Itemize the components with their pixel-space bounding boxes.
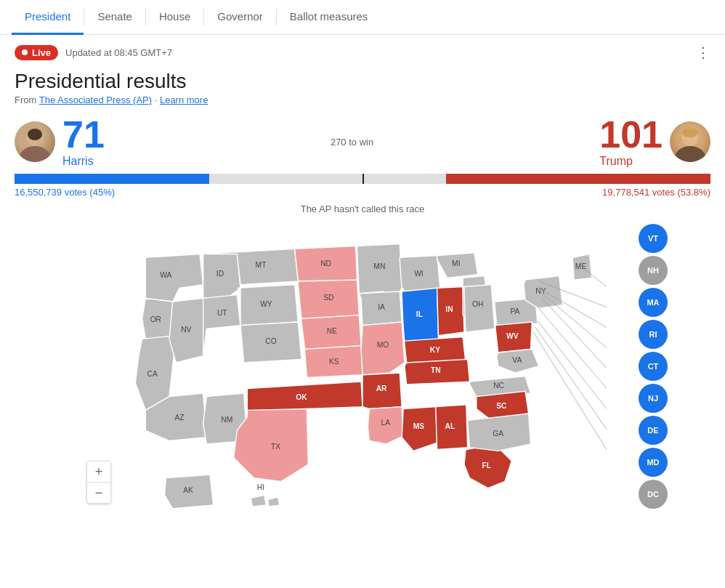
label-NE: NE bbox=[327, 327, 337, 335]
connector-DE bbox=[538, 321, 607, 408]
label-WY: WY bbox=[260, 300, 272, 308]
state-WA[interactable] bbox=[145, 254, 203, 302]
nav-senate[interactable]: Senate bbox=[84, 0, 145, 35]
bubble-NJ[interactable]: NJ bbox=[639, 384, 668, 413]
label-AL: AL bbox=[445, 422, 455, 430]
label-OR: OR bbox=[150, 315, 161, 323]
source-line: From The Associated Press (AP) · Learn m… bbox=[15, 94, 710, 105]
label-TX: TX bbox=[271, 443, 280, 451]
navigation-bar: President Senate House Governor Ballot m… bbox=[0, 0, 725, 35]
updated-text: Updated at 08:45 GMT+7 bbox=[65, 47, 172, 58]
connector-RI bbox=[542, 294, 607, 348]
bubble-MD[interactable]: MD bbox=[639, 448, 668, 477]
learn-more-link[interactable]: Learn more bbox=[160, 94, 208, 105]
label-HI: HI bbox=[257, 483, 264, 491]
connector-DC bbox=[533, 332, 607, 449]
more-options-icon[interactable]: ⋮ bbox=[696, 44, 710, 61]
state-HI[interactable] bbox=[251, 495, 266, 507]
harris-votes: 16,550,739 votes (45%) bbox=[15, 187, 115, 198]
candidates-section: 71 Harris 270 to win 101 Trump bbox=[0, 107, 725, 172]
label-MI: MI bbox=[452, 259, 460, 267]
label-AK: AK bbox=[183, 486, 193, 494]
nav-ballot-measures[interactable]: Ballot measures bbox=[277, 0, 381, 35]
nav-house[interactable]: House bbox=[146, 0, 203, 35]
live-dot bbox=[22, 49, 28, 55]
label-KS: KS bbox=[329, 358, 339, 366]
trump-candidate: 101 Trump bbox=[599, 116, 710, 168]
label-OK: OK bbox=[296, 393, 307, 401]
progress-section: 16,550,739 votes (45%) 19,778,541 votes … bbox=[0, 172, 725, 201]
bubble-DE[interactable]: DE bbox=[639, 416, 668, 445]
label-OH: OH bbox=[472, 300, 483, 308]
label-SC: SC bbox=[496, 402, 507, 410]
connector-NJ bbox=[539, 308, 607, 388]
trump-progress bbox=[446, 174, 710, 184]
label-NM: NM bbox=[221, 416, 232, 424]
candidates-row: 71 Harris 270 to win 101 Trump bbox=[15, 116, 710, 168]
label-LA: LA bbox=[381, 419, 390, 427]
source-link[interactable]: The Associated Press (AP) bbox=[39, 94, 152, 105]
label-NY: NY bbox=[535, 287, 546, 295]
zoom-controls: + − bbox=[86, 461, 111, 504]
votes-row: 16,550,739 votes (45%) 19,778,541 votes … bbox=[15, 187, 710, 198]
label-SD: SD bbox=[323, 294, 333, 302]
state-HI2[interactable] bbox=[267, 497, 280, 507]
bubble-RI[interactable]: RI bbox=[639, 320, 668, 349]
label-VA: VA bbox=[512, 356, 522, 364]
page-title: Presidential results bbox=[15, 70, 710, 93]
harris-ev: 71 bbox=[62, 116, 105, 153]
progress-bar bbox=[15, 174, 710, 184]
svg-point-5 bbox=[674, 146, 706, 162]
harris-avatar bbox=[15, 121, 55, 162]
label-IN: IN bbox=[445, 305, 453, 313]
bubble-DC[interactable]: DC bbox=[639, 480, 668, 509]
eastern-states-bubbles: VT NH MA RI CT NJ DE MD DC bbox=[639, 224, 668, 509]
svg-point-3 bbox=[28, 129, 42, 140]
bubble-MA[interactable]: MA bbox=[639, 288, 668, 317]
not-called-text: The AP hasn't called this race bbox=[0, 201, 725, 220]
zoom-out-button[interactable]: − bbox=[87, 483, 110, 503]
label-MN: MN bbox=[373, 262, 385, 270]
label-KY: KY bbox=[430, 346, 440, 354]
connector-MD bbox=[535, 327, 607, 429]
label-NV: NV bbox=[181, 326, 191, 334]
header-bar: Live Updated at 08:45 GMT+7 ⋮ bbox=[0, 35, 725, 64]
label-WI: WI bbox=[414, 270, 424, 278]
label-MS: MS bbox=[413, 422, 425, 430]
trump-avatar bbox=[670, 121, 710, 162]
label-CA: CA bbox=[147, 370, 158, 378]
label-MT: MT bbox=[256, 261, 267, 269]
bubble-VT[interactable]: VT bbox=[639, 224, 668, 253]
label-AR: AR bbox=[376, 384, 387, 392]
label-WV: WV bbox=[506, 332, 519, 340]
state-UT[interactable] bbox=[203, 295, 240, 356]
svg-point-1 bbox=[19, 146, 51, 162]
trump-stats: 101 Trump bbox=[599, 116, 663, 168]
trump-votes: 19,778,541 votes (53.8%) bbox=[602, 187, 710, 198]
title-section: Presidential results From The Associated… bbox=[0, 64, 725, 107]
us-map-svg[interactable]: WA OR CA ID NV AZ MT WY UT CO NM ND SD N… bbox=[57, 220, 668, 525]
label-IA: IA bbox=[378, 303, 385, 311]
state-MN[interactable] bbox=[357, 244, 402, 299]
harris-progress bbox=[15, 174, 209, 184]
label-CO: CO bbox=[265, 337, 276, 345]
nav-governor[interactable]: Governor bbox=[204, 0, 276, 35]
bubble-CT[interactable]: CT bbox=[639, 352, 668, 381]
zoom-in-button[interactable]: + bbox=[87, 462, 110, 482]
undecided-progress bbox=[209, 174, 446, 184]
label-AZ: AZ bbox=[174, 414, 184, 422]
svg-point-7 bbox=[682, 129, 698, 137]
label-MO: MO bbox=[377, 341, 389, 349]
trump-ev: 101 bbox=[599, 116, 663, 153]
harris-candidate: 71 Harris bbox=[15, 116, 105, 168]
harris-name: Harris bbox=[62, 155, 105, 168]
map-section: WA OR CA ID NV AZ MT WY UT CO NM ND SD N… bbox=[0, 220, 725, 525]
label-TN: TN bbox=[431, 366, 441, 374]
bubble-NH[interactable]: NH bbox=[639, 256, 668, 285]
nav-president[interactable]: President bbox=[12, 0, 84, 35]
label-ID: ID bbox=[216, 270, 224, 278]
map-container[interactable]: WA OR CA ID NV AZ MT WY UT CO NM ND SD N… bbox=[57, 220, 668, 525]
label-ND: ND bbox=[320, 259, 331, 267]
label-IL: IL bbox=[416, 310, 423, 318]
harris-stats: 71 Harris bbox=[62, 116, 105, 168]
